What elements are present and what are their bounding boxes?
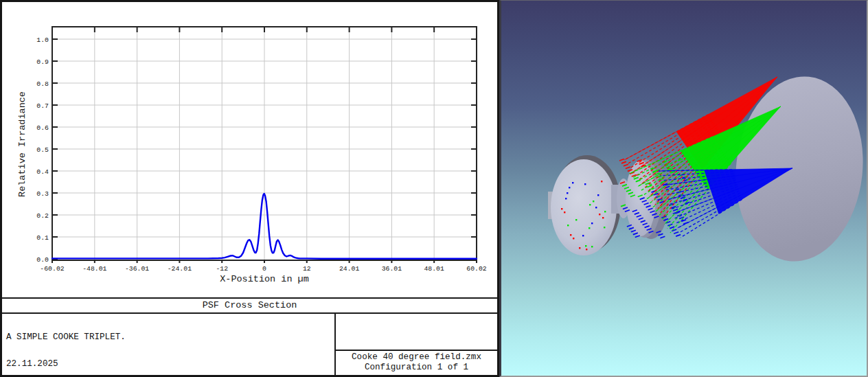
y-tick-label: 0.4 [36, 168, 49, 176]
lens-ray-dot [569, 187, 570, 188]
lens-ray-dot [604, 227, 605, 228]
psf-cross-section-window: -60.02-48.01-36.01-24.01-1201224.0136.01… [0, 0, 499, 377]
lens-ray-dot [567, 225, 569, 226]
y-tick-label: 0.0 [36, 256, 49, 264]
lens-ray-dot [604, 211, 606, 212]
x-tick-label: -48.01 [82, 265, 106, 273]
lens-filename: Cooke 40 degree field.zmx [336, 352, 497, 363]
ray-dash [676, 235, 681, 237]
blue-field-fan-ray [681, 199, 742, 238]
title-band-bottom-rule [2, 312, 497, 314]
lens-ray-dot [589, 204, 591, 205]
lens-ray-dot [573, 238, 574, 239]
lens-ray-dot [599, 214, 600, 215]
shaded-model-window [499, 0, 868, 377]
lens-ray-dot [585, 245, 586, 247]
x-tick-label: 60.02 [466, 265, 487, 273]
ray-dash [673, 209, 678, 212]
x-axis-label: X-Position in µm [220, 274, 309, 284]
ray-dash [670, 227, 674, 229]
lens-ray-dot [591, 246, 593, 247]
file-box-top-rule [334, 350, 497, 351]
x-tick-label: 0 [262, 265, 266, 273]
lens-ray-dot [564, 212, 565, 213]
y-tick-label: 0.6 [36, 124, 49, 132]
ray-dash [619, 159, 624, 161]
lens-ray-dot [597, 194, 599, 196]
y-tick-label: 0.8 [36, 80, 49, 88]
x-tick-label: -12 [216, 265, 228, 273]
lens-ray-dot [582, 235, 584, 236]
lens-ray-dot [591, 222, 593, 224]
lens-assembly [548, 155, 669, 255]
plot-gridlines [52, 27, 477, 260]
lens-ray-dot [593, 201, 594, 202]
x-tick-label: -24.01 [168, 265, 192, 273]
y-tick-label: 0.7 [36, 102, 49, 110]
y-tick-label: 0.3 [36, 190, 49, 198]
title-band-top-rule [2, 297, 497, 299]
lens-ray-dot [601, 181, 602, 182]
lens-ray-dot [561, 208, 562, 209]
front-lens-element [551, 159, 617, 255]
y-tick-label: 0.5 [36, 146, 49, 154]
configuration-label: Configuration 1 of 1 [336, 363, 497, 373]
x-tick-label: 12 [303, 265, 311, 273]
ray-dash [660, 236, 665, 238]
date-line: 22.11.2025 [6, 360, 146, 369]
lens-ray-dot [565, 198, 567, 199]
shaded-model-view [501, 1, 867, 376]
y-tick-label: 0.9 [36, 58, 49, 66]
ray-dash [635, 236, 640, 238]
ray-dash [626, 167, 630, 169]
analysis-title: PSF Cross Section [2, 300, 497, 310]
x-tick-label: -60.02 [40, 265, 64, 273]
lens-title-line: A SIMPLE COOKE TRIPLET. [6, 333, 146, 342]
y-tick-label: 1.0 [36, 36, 49, 44]
x-tick-label: 48.01 [424, 265, 444, 273]
lens-ray-dot [602, 217, 604, 218]
x-tick-label: 24.01 [339, 265, 360, 273]
lens-ray-dot [589, 227, 590, 229]
lens-ray-dot [575, 219, 577, 220]
ray-dash [624, 164, 628, 166]
file-configuration-box: Cooke 40 degree field.zmx Configuration … [336, 352, 497, 372]
zemax-workspace: -60.02-48.01-36.01-24.01-1201224.0136.01… [0, 0, 868, 377]
y-tick-label: 0.1 [36, 234, 49, 242]
lens-info-block: A SIMPLE COOKE TRIPLET. 22.11.2025 Field… [6, 316, 146, 377]
y-tick-label: 0.2 [36, 212, 49, 220]
lens-ray-dot [572, 182, 573, 183]
x-tick-label: 36.01 [382, 265, 402, 273]
ray-dash [674, 232, 678, 234]
lens-ray-dot [567, 192, 568, 194]
lens-ray-dot [584, 183, 586, 185]
ray-dash [621, 161, 626, 163]
lens-ray-dot [579, 247, 580, 249]
x-tick-label: -36.01 [125, 265, 149, 273]
lens-ray-dot [586, 249, 587, 250]
y-axis-label: Relative Irradiance [17, 91, 27, 197]
lens-ray-dot [570, 234, 571, 236]
lens-ray-dot [595, 207, 597, 208]
